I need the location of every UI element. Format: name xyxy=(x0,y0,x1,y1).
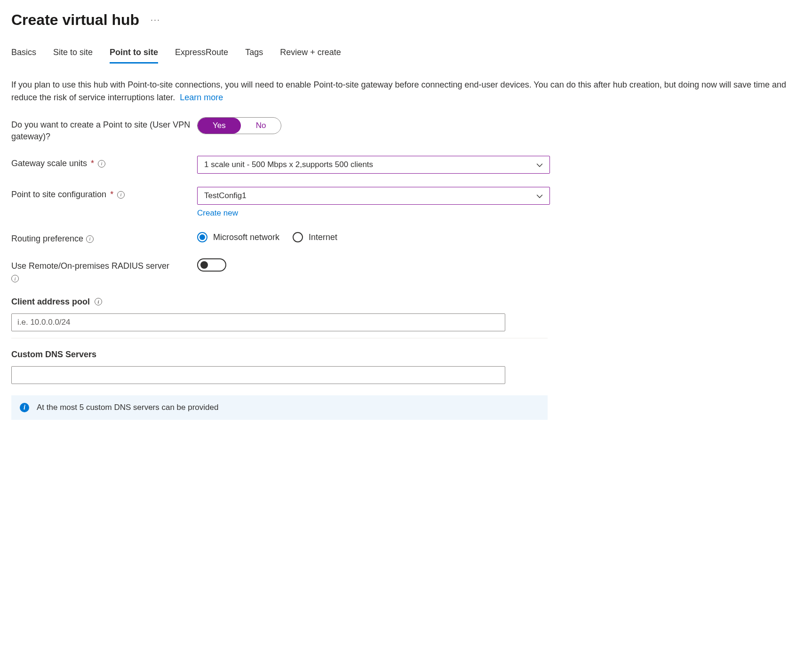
gateway-scale-units-value: 1 scale unit - 500 Mbps x 2,supports 500… xyxy=(204,160,373,169)
gateway-scale-units-label: Gateway scale units * i xyxy=(11,156,197,169)
info-icon[interactable]: i xyxy=(86,235,94,243)
radio-circle-icon xyxy=(293,232,303,242)
tabs: Basics Site to site Point to site Expres… xyxy=(11,48,801,64)
p2s-config-label-text: Point to site configuration xyxy=(11,189,106,200)
info-banner: i At the most 5 custom DNS servers can b… xyxy=(11,395,548,420)
client-address-pool-label: Client address pool xyxy=(11,297,90,307)
tab-basics[interactable]: Basics xyxy=(11,48,36,64)
switch-knob-icon xyxy=(200,261,208,269)
chevron-down-icon xyxy=(536,161,543,168)
client-address-pool-input[interactable] xyxy=(11,313,505,331)
radius-label: Use Remote/On-premises RADIUS server i xyxy=(11,258,197,284)
create-new-link[interactable]: Create new xyxy=(197,208,238,218)
info-icon[interactable]: i xyxy=(95,298,102,305)
tab-site-to-site[interactable]: Site to site xyxy=(53,48,93,64)
more-icon[interactable]: ··· xyxy=(151,15,160,25)
divider xyxy=(11,338,548,338)
create-p2s-toggle[interactable]: Yes No xyxy=(197,117,281,134)
info-banner-text: At the most 5 custom DNS servers can be … xyxy=(37,403,218,412)
radio-microsoft-label: Microsoft network xyxy=(213,232,279,242)
routing-preference-label: Routing preference i xyxy=(11,231,197,245)
info-icon[interactable]: i xyxy=(117,191,125,199)
routing-preference-radio-group: Microsoft network Internet xyxy=(197,231,550,242)
toggle-no[interactable]: No xyxy=(241,118,281,134)
tab-review-create[interactable]: Review + create xyxy=(280,48,341,64)
required-indicator: * xyxy=(91,158,94,169)
learn-more-link[interactable]: Learn more xyxy=(180,93,223,102)
required-indicator: * xyxy=(110,189,113,200)
custom-dns-input[interactable] xyxy=(11,366,505,384)
radio-internet[interactable]: Internet xyxy=(293,232,337,242)
client-address-pool-header: Client address pool i xyxy=(11,297,801,307)
p2s-config-select[interactable]: TestConfig1 xyxy=(197,187,550,205)
radio-internet-label: Internet xyxy=(309,232,337,242)
info-icon[interactable]: i xyxy=(98,160,105,168)
p2s-config-value: TestConfig1 xyxy=(204,191,247,200)
tab-tags[interactable]: Tags xyxy=(245,48,263,64)
tab-expressroute[interactable]: ExpressRoute xyxy=(175,48,228,64)
create-p2s-label: Do you want to create a Point to site (U… xyxy=(11,117,197,143)
radio-microsoft-network[interactable]: Microsoft network xyxy=(197,232,279,242)
toggle-yes[interactable]: Yes xyxy=(198,118,241,134)
info-banner-icon: i xyxy=(20,403,29,412)
page-title: Create virtual hub xyxy=(11,11,139,29)
description-body: If you plan to use this hub with Point-t… xyxy=(11,80,786,102)
radius-label-text: Use Remote/On-premises RADIUS server xyxy=(11,261,169,271)
radius-switch[interactable] xyxy=(197,258,226,272)
tab-point-to-site[interactable]: Point to site xyxy=(110,48,158,64)
p2s-config-label: Point to site configuration * i xyxy=(11,187,197,200)
gateway-scale-units-label-text: Gateway scale units xyxy=(11,158,87,169)
custom-dns-label: Custom DNS Servers xyxy=(11,350,96,360)
info-icon[interactable]: i xyxy=(11,275,19,282)
routing-preference-label-text: Routing preference xyxy=(11,233,83,245)
custom-dns-header: Custom DNS Servers xyxy=(11,350,801,360)
gateway-scale-units-select[interactable]: 1 scale unit - 500 Mbps x 2,supports 500… xyxy=(197,156,550,174)
description-text: If you plan to use this hub with Point-t… xyxy=(11,79,801,104)
chevron-down-icon xyxy=(536,192,543,199)
radio-circle-icon xyxy=(197,232,207,242)
